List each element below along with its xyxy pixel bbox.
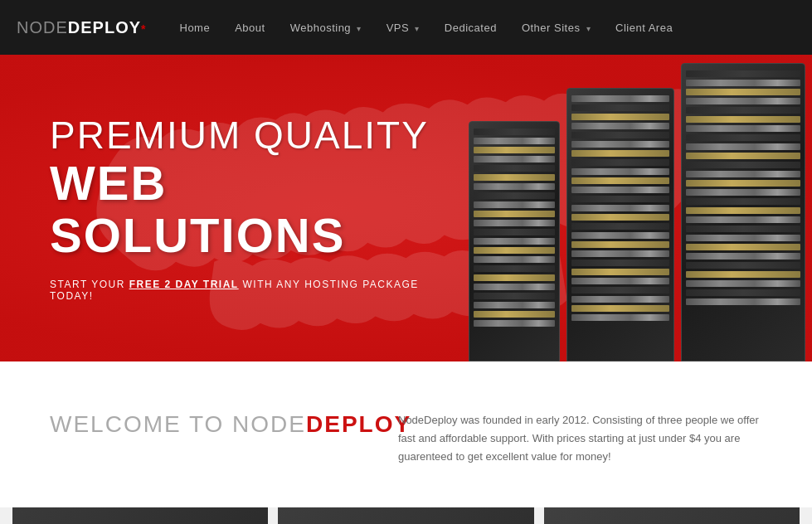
rack-unit (686, 80, 800, 86)
rack-unit (474, 238, 555, 245)
rack-unit (571, 159, 669, 166)
rack-unit (686, 289, 800, 296)
nav-link-home[interactable]: Home (180, 22, 211, 34)
logo-deploy: DEPLOY (68, 18, 141, 36)
rack-unit (686, 198, 800, 205)
rack-unit (686, 189, 800, 196)
rack-unit (474, 220, 555, 226)
rack-unit (571, 241, 669, 248)
rack-unit (686, 180, 800, 187)
rack-unit (474, 129, 555, 135)
rack-unit (474, 284, 555, 290)
rack-unit (474, 165, 555, 172)
rack-unit (686, 226, 800, 232)
rack-unit (686, 125, 800, 132)
nav-item-othersites[interactable]: Other Sites ▾ (522, 20, 591, 35)
chevron-down-icon: ▾ (415, 24, 420, 33)
rack-unit (571, 287, 669, 294)
rack-unit (686, 262, 800, 269)
rack-unit (571, 260, 669, 266)
feature-box-kvm[interactable]: KVM VIRTUAL SERVER (278, 507, 533, 524)
rack-unit (686, 271, 800, 278)
rack-unit (474, 211, 555, 217)
rack-unit (571, 305, 669, 312)
rack-unit (686, 98, 800, 104)
nav-item-home[interactable]: Home (180, 20, 211, 35)
rack-unit (686, 280, 800, 287)
rack-unit (571, 132, 669, 138)
nav-item-vps[interactable]: VPS ▾ (387, 20, 420, 35)
server-racks (469, 55, 812, 361)
rack-unit (571, 269, 669, 275)
hero-subtitle: START YOUR FREE 2 DAY TRIAL WITH ANY HOS… (50, 279, 441, 302)
nav-item-dedicated[interactable]: Dedicated (445, 20, 497, 35)
rack-unit (686, 153, 800, 159)
rack-unit (571, 104, 669, 111)
hero-title-line2: WEB SOLUTIONS (50, 157, 441, 263)
nav-link-about[interactable]: About (235, 22, 265, 34)
logo-star: * (141, 22, 146, 36)
logo[interactable]: NODEDEPLOY* (17, 18, 147, 37)
nav-link-clientarea[interactable]: Client Area (615, 22, 673, 34)
hero-title-line1: PREMIUM QUALITY (50, 114, 441, 157)
navbar: NODEDEPLOY* Home About Webhosting ▾ VPS … (0, 0, 812, 55)
rack-unit (571, 95, 669, 102)
rack-unit (686, 116, 800, 123)
rack-unit (474, 192, 555, 199)
hero-subtitle-before: START YOUR (50, 279, 129, 290)
server-rack-3 (681, 63, 805, 361)
rack-unit (474, 183, 555, 190)
nav-item-webhosting[interactable]: Webhosting ▾ (290, 20, 362, 35)
rack-unit (686, 216, 800, 223)
rack-unit (571, 296, 669, 303)
rack-unit (474, 311, 555, 318)
welcome-section: WELCOME TO NODEDEPLOY NodeDeploy was fou… (0, 361, 812, 507)
welcome-title-light: WELCOME TO NODE (50, 411, 306, 437)
nav-link-webhosting[interactable]: Webhosting ▾ (290, 22, 362, 34)
rack-unit (571, 168, 669, 175)
rack-unit (474, 229, 555, 235)
feature-box-openvz[interactable]: OPENVZ SERVER (12, 507, 268, 524)
nav-link-dedicated[interactable]: Dedicated (445, 22, 497, 34)
rack-unit (474, 302, 555, 308)
rack-unit (686, 162, 800, 168)
welcome-title-bold: DEPLOY (306, 411, 411, 437)
rack-unit (571, 314, 669, 321)
rack-unit (571, 278, 669, 284)
rack-unit (571, 250, 669, 257)
chevron-down-icon: ▾ (586, 24, 591, 33)
rack-unit (474, 256, 555, 263)
rack-unit (571, 187, 669, 193)
nav-item-clientarea[interactable]: Client Area (615, 20, 673, 35)
rack-unit (686, 134, 800, 141)
rack-unit (686, 89, 800, 95)
rack-unit (474, 201, 555, 208)
rack-unit (571, 232, 669, 239)
nav-link-vps[interactable]: VPS ▾ (387, 22, 420, 34)
feature-box-managed[interactable]: MANAGED CLOUD (544, 507, 800, 524)
nav-links: Home About Webhosting ▾ VPS ▾ Dedicated … (180, 20, 673, 35)
rack-unit (571, 196, 669, 202)
rack-unit (474, 138, 555, 144)
server-rack-2 (566, 88, 674, 361)
rack-unit (686, 171, 800, 177)
rack-unit (571, 114, 669, 120)
hero-content: PREMIUM QUALITY WEB SOLUTIONS START YOUR… (50, 114, 441, 302)
rack-unit (571, 205, 669, 211)
rack-unit (474, 247, 555, 254)
rack-unit (686, 143, 800, 150)
nav-item-about[interactable]: About (235, 20, 265, 35)
rack-unit (474, 174, 555, 181)
hero-banner: PREMIUM QUALITY WEB SOLUTIONS START YOUR… (0, 55, 812, 361)
welcome-title: WELCOME TO NODEDEPLOY (50, 411, 332, 438)
rack-unit (474, 265, 555, 272)
rack-unit (474, 293, 555, 299)
rack-unit (474, 320, 555, 327)
feature-boxes: OPENVZ SERVER KVM VIRTUAL SERVER MANAGED… (0, 507, 812, 524)
logo-node: NODE (17, 18, 68, 36)
rack-unit (571, 214, 669, 221)
rack-unit (474, 147, 555, 153)
rack-unit (686, 207, 800, 214)
rack-unit (686, 107, 800, 114)
nav-link-othersites[interactable]: Other Sites ▾ (522, 22, 591, 34)
